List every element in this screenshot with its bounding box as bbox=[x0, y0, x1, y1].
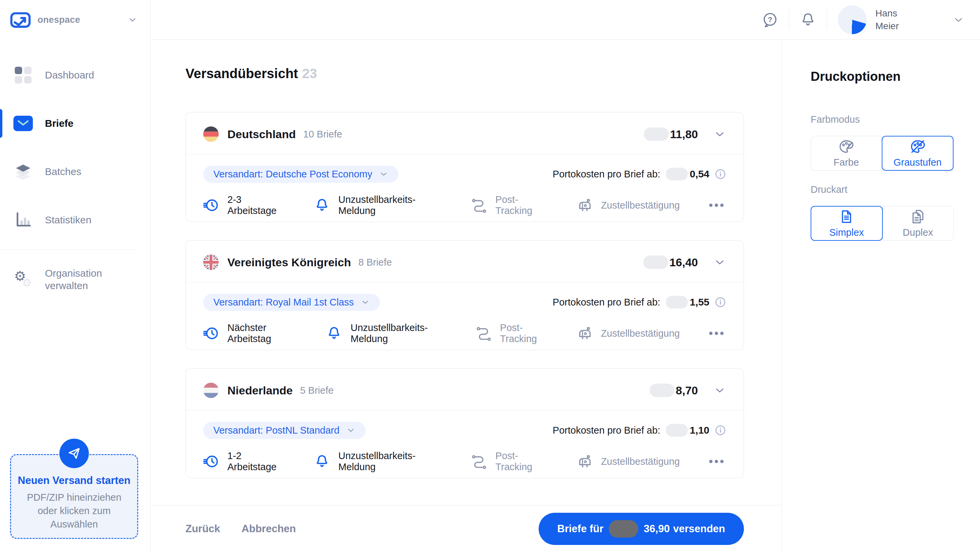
color-mode-farbe-button[interactable]: Farbe bbox=[811, 136, 882, 171]
feature-label: Post-Tracking bbox=[500, 322, 550, 344]
shipping-method-label: Versandart: PostNL Standard bbox=[213, 425, 339, 436]
color-mode-label: Farbmodus bbox=[811, 114, 980, 125]
collapse-chevron-icon[interactable] bbox=[713, 256, 726, 269]
cancel-button[interactable]: Abbrechen bbox=[242, 523, 296, 535]
chevron-down-icon bbox=[379, 169, 388, 179]
info-icon[interactable] bbox=[715, 296, 726, 308]
chevron-down-icon bbox=[127, 15, 137, 25]
feature-label: Zustellbestätigung bbox=[601, 200, 680, 211]
redacted-currency-pill bbox=[609, 520, 638, 538]
back-button[interactable]: Zurück bbox=[186, 523, 220, 535]
sidebar-item-organisation[interactable]: ⚙⚙ Organisation verwalten bbox=[0, 261, 150, 298]
color-mode-option-label: Farbe bbox=[834, 157, 859, 168]
undeliverable-notice-icon bbox=[326, 326, 342, 341]
brand-switcher[interactable]: onespace bbox=[0, 0, 150, 40]
shipment-count-badge: 23 bbox=[302, 66, 317, 81]
print-options-title: Druckoptionen bbox=[811, 69, 980, 84]
sidebar-item-label: Organisation verwalten bbox=[45, 267, 115, 292]
sidebar-divider bbox=[0, 250, 138, 250]
color-mode-graustufen-button[interactable]: Graustufen bbox=[882, 136, 954, 171]
post-tracking-icon bbox=[471, 454, 487, 469]
post-tracking-icon bbox=[476, 326, 492, 341]
shipping-row: Versandart: Deutsche Post Economy Portok… bbox=[203, 165, 726, 183]
info-icon[interactable] bbox=[715, 425, 726, 436]
new-shipment-dropzone[interactable]: Neuen Versand starten PDF/ZIP hineinzieh… bbox=[10, 454, 138, 539]
shipping-method-dropdown[interactable]: Versandart: Deutsche Post Economy bbox=[203, 165, 398, 183]
notifications-bell-button[interactable] bbox=[800, 12, 816, 28]
help-button[interactable]: ? bbox=[762, 12, 778, 28]
postage-value: 1,10 bbox=[690, 425, 710, 436]
user-name[interactable]: Hans Meier bbox=[875, 7, 899, 33]
shipping-method-dropdown[interactable]: Versandart: PostNL Standard bbox=[203, 422, 366, 439]
country-total-price: 8,70 bbox=[676, 384, 698, 397]
feature-label: Zustellbestätigung bbox=[601, 456, 680, 467]
topbar: ? Hans Meier bbox=[151, 0, 980, 40]
more-options-button[interactable] bbox=[707, 326, 726, 341]
delivery-confirmation-icon bbox=[577, 326, 592, 341]
palette-slash-icon bbox=[910, 138, 926, 154]
collapse-chevron-icon[interactable] bbox=[713, 128, 726, 140]
more-options-button[interactable] bbox=[707, 454, 726, 469]
send-letters-button[interactable]: Briefe für 36,90 versenden bbox=[539, 513, 744, 545]
feature-delivery-time: Nächster Arbeitstag bbox=[203, 322, 299, 344]
feature-delivery-confirmation: Zustellbestätigung bbox=[577, 454, 680, 469]
delivery-confirmation-icon bbox=[577, 197, 592, 213]
redacted-currency-pill bbox=[666, 168, 688, 180]
sidebar-item-label: Batches bbox=[45, 165, 81, 178]
letters-count: 8 Briefe bbox=[358, 257, 392, 268]
postage-info: Portokosten pro Brief ab: 1,10 bbox=[553, 424, 726, 437]
gears-icon: ⚙⚙ bbox=[13, 269, 33, 290]
sidebar-item-label: Statistiken bbox=[45, 214, 91, 226]
post-tracking-icon bbox=[471, 197, 487, 213]
delivery-confirmation-icon bbox=[577, 454, 592, 469]
feature-post-tracking: Post-Tracking bbox=[476, 322, 550, 344]
user-menu-chevron-icon[interactable] bbox=[953, 14, 964, 26]
print-type-duplex-button[interactable]: Duplex bbox=[882, 206, 954, 241]
card-divider bbox=[186, 410, 743, 410]
sidebar: onespace Dashboard bbox=[0, 0, 151, 552]
country-flag-icon-de bbox=[203, 126, 219, 142]
sidebar-item-briefe[interactable]: Briefe bbox=[0, 105, 150, 142]
undeliverable-notice-icon bbox=[314, 197, 330, 213]
sidebar-item-label: Dashboard bbox=[45, 69, 94, 81]
print-options-panel: Druckoptionen Farbmodus Farbe bbox=[781, 40, 980, 552]
color-mode-option-label: Graustufen bbox=[894, 157, 942, 168]
sidebar-item-dashboard[interactable]: Dashboard bbox=[0, 56, 150, 94]
submit-prefix: Briefe für bbox=[557, 523, 604, 535]
svg-text:?: ? bbox=[768, 15, 772, 24]
shipping-method-dropdown[interactable]: Versandart: Royal Mail 1st Class bbox=[203, 294, 380, 311]
letters-count: 10 Briefe bbox=[303, 129, 342, 140]
topbar-separator bbox=[827, 10, 827, 30]
postage-label: Portokosten pro Brief ab: bbox=[553, 297, 660, 308]
collapse-chevron-icon[interactable] bbox=[713, 384, 726, 397]
brand-name: onespace bbox=[38, 15, 80, 25]
sidebar-item-statistiken[interactable]: Statistiken bbox=[0, 201, 150, 239]
feature-undeliverable-notice: Unzustellbarkeits-Meldung bbox=[326, 322, 449, 344]
color-mode-toggle: Farbe Graustufen bbox=[811, 136, 953, 171]
print-type-option-label: Simplex bbox=[829, 227, 864, 238]
mail-icon bbox=[13, 116, 33, 131]
redacted-currency-pill bbox=[643, 256, 668, 269]
shipping-row: Versandart: PostNL Standard Portokosten … bbox=[203, 421, 726, 439]
sidebar-nav: Dashboard Briefe bbox=[0, 56, 150, 298]
feature-undeliverable-notice: Unzustellbarkeits-Meldung bbox=[314, 194, 444, 216]
feature-delivery-confirmation: Zustellbestätigung bbox=[577, 326, 680, 341]
print-type-simplex-button[interactable]: Simplex bbox=[811, 206, 883, 241]
feature-delivery-time: 2-3 Arbeitstage bbox=[203, 194, 288, 216]
feature-label: Post-Tracking bbox=[495, 450, 550, 472]
delivery-time-icon bbox=[203, 197, 219, 213]
sidebar-item-batches[interactable]: Batches bbox=[0, 153, 150, 191]
feature-label: Unzustellbarkeits-Meldung bbox=[350, 322, 449, 344]
user-avatar[interactable] bbox=[838, 5, 867, 34]
more-options-button[interactable] bbox=[707, 198, 726, 213]
postage-info: Portokosten pro Brief ab: 0,54 bbox=[553, 168, 726, 180]
feature-post-tracking: Post-Tracking bbox=[471, 450, 550, 472]
sidebar-item-label: Briefe bbox=[45, 117, 73, 130]
paper-plane-icon bbox=[59, 439, 89, 468]
country-card-header: Vereinigtes Königreich 8 Briefe 16,40 bbox=[203, 255, 726, 270]
country-flag-icon-nl bbox=[203, 383, 219, 398]
country-flag-icon-uk bbox=[203, 255, 219, 270]
feature-label: Unzustellbarkeits-Meldung bbox=[339, 194, 444, 216]
info-icon[interactable] bbox=[715, 169, 726, 180]
country-card-list: Deutschland 10 Briefe 11,80 Versandart: … bbox=[186, 112, 744, 478]
